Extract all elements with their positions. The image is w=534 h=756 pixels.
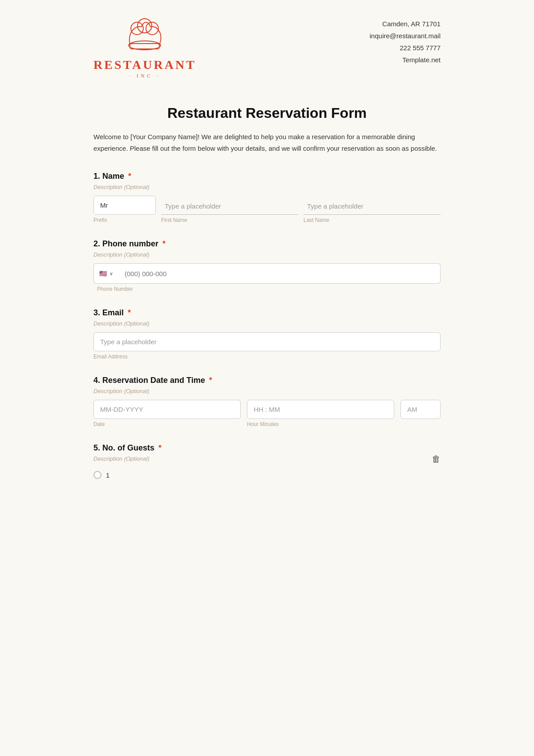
guests-radio-row: 1 (93, 471, 109, 479)
trash-row: 🗑 (432, 454, 441, 469)
firstname-field-group: First Name (161, 198, 298, 223)
date-input[interactable] (93, 400, 241, 419)
lastname-input[interactable] (303, 198, 441, 215)
required-marker-4: * (209, 376, 212, 385)
time-sublabel: Hour Minutes (247, 421, 394, 427)
header: RESTAURANT · INC · Camden, AR 71701 inqu… (93, 18, 441, 78)
ampm-input[interactable] (400, 400, 441, 419)
email-input[interactable] (93, 332, 441, 351)
contact-address: Camden, AR 71701 (370, 18, 441, 30)
phone-number-input[interactable] (118, 263, 441, 284)
section-name: 1. Name * Description (Optional) Prefix … (93, 172, 441, 223)
prefix-input[interactable] (93, 196, 156, 215)
svg-point-1 (131, 22, 143, 35)
ampm-field-group (400, 400, 441, 427)
section-guests: 5. No. of Guests * Description (Optional… (93, 443, 441, 479)
section-5-desc: Description (Optional) (93, 455, 441, 462)
contact-info: Camden, AR 71701 inquire@restaurant.mail… (370, 18, 441, 66)
section-5-label: 5. No. of Guests * (93, 443, 441, 453)
prefix-field-group: Prefix (93, 196, 156, 223)
required-marker: * (128, 172, 131, 181)
email-sublabel: Email Address (93, 354, 441, 360)
ampm-sublabel (400, 421, 441, 427)
prefix-sublabel: Prefix (93, 217, 156, 223)
radio-button-1[interactable] (93, 471, 101, 479)
contact-email: inquire@restaurant.mail (370, 30, 441, 42)
section-datetime: 4. Reservation Date and Time * Descripti… (93, 376, 441, 427)
required-marker-3: * (128, 308, 131, 317)
contact-website: Template.net (370, 54, 441, 66)
logo-text: RESTAURANT (93, 58, 196, 72)
chef-hat-icon (120, 18, 169, 58)
chevron-down-icon: ∨ (109, 271, 113, 277)
time-field-group: Hour Minutes (247, 400, 394, 427)
required-marker-2: * (162, 239, 166, 248)
date-row: Date Hour Minutes (93, 400, 441, 427)
section-2-desc: Description (Optional) (93, 251, 441, 258)
form-intro: Welcome to [Your Company Name]! We are d… (93, 131, 441, 154)
radio-label-1: 1 (106, 471, 109, 479)
section-3-desc: Description (Optional) (93, 320, 441, 327)
lastname-field-group: Last Name (303, 198, 441, 223)
date-sublabel: Date (93, 421, 241, 427)
time-input[interactable] (247, 400, 394, 419)
section-4-desc: Description (Optional) (93, 388, 441, 394)
date-field-group: Date (93, 400, 241, 427)
phone-row: 🇺🇸 ∨ (93, 263, 441, 284)
logo-sub: · INC · (129, 73, 161, 78)
contact-phone: 222 555 7777 (370, 42, 441, 54)
lastname-sublabel: Last Name (303, 217, 441, 223)
flag-emoji: 🇺🇸 (99, 270, 107, 277)
section-2-label: 2. Phone number * (93, 239, 441, 249)
firstname-input[interactable] (161, 198, 298, 215)
page-container: RESTAURANT · INC · Camden, AR 71701 inqu… (67, 0, 467, 522)
section-email: 3. Email * Description (Optional) Email … (93, 308, 441, 360)
section-4-label: 4. Reservation Date and Time * (93, 376, 441, 385)
phone-flag-button[interactable]: 🇺🇸 ∨ (93, 263, 118, 284)
logo-area: RESTAURANT · INC · (93, 18, 196, 78)
name-field-row: Prefix First Name Last Name (93, 196, 441, 223)
required-marker-5: * (158, 443, 162, 452)
section-3-label: 3. Email * (93, 308, 441, 318)
section-1-label: 1. Name * (93, 172, 441, 181)
phone-sublabel: Phone Number (97, 286, 441, 292)
svg-rect-4 (130, 44, 159, 49)
firstname-sublabel: First Name (161, 217, 298, 223)
section-phone: 2. Phone number * Description (Optional)… (93, 239, 441, 292)
trash-icon[interactable]: 🗑 (432, 454, 441, 464)
section-1-desc: Description (Optional) (93, 184, 441, 190)
form-title: Restaurant Reservation Form (93, 105, 441, 121)
